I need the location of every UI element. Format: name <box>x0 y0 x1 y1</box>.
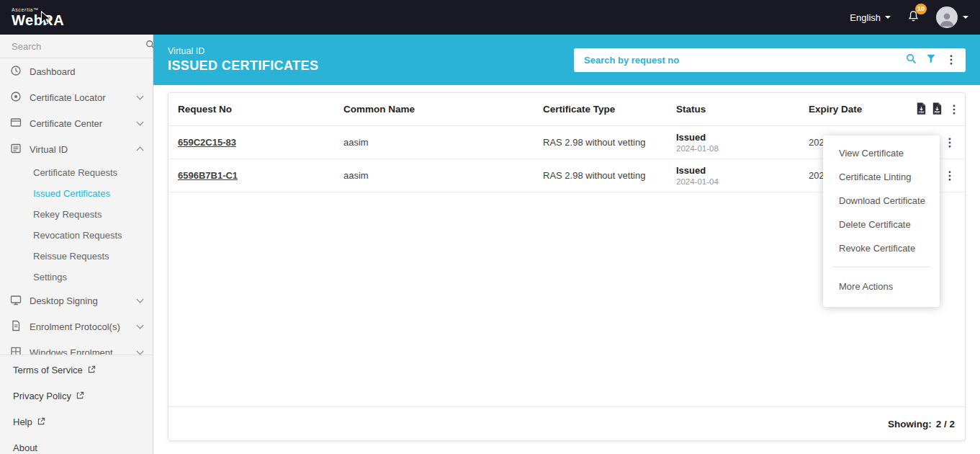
sidebar: Dashboard Certificate Locator Certificat… <box>0 35 153 454</box>
user-menu[interactable] <box>936 6 968 28</box>
sidebar-item-rekey-requests[interactable]: Rekey Requests <box>0 204 153 225</box>
link-label: About <box>13 442 37 453</box>
sidebar-search <box>0 35 153 58</box>
sidebar-item-certificate-locator[interactable]: Certificate Locator <box>0 84 153 110</box>
chevron-down-icon <box>137 348 144 355</box>
status-date: 2024-01-08 <box>676 144 809 153</box>
topbar-right: English 10 <box>850 6 968 28</box>
brand-small-text: Ascertia™ <box>12 7 64 12</box>
chevron-down-icon <box>137 296 144 303</box>
search-icon[interactable] <box>906 53 917 67</box>
link-about[interactable]: About <box>0 435 153 454</box>
avatar <box>936 6 958 28</box>
chevron-down-icon <box>137 322 144 329</box>
row-kebab-menu-icon[interactable]: ⋮ <box>944 170 956 182</box>
chevron-up-icon <box>137 147 144 154</box>
common-name-cell: aasim <box>343 137 543 148</box>
sidebar-item-issued-certificates[interactable]: Issued Certificates <box>0 183 153 204</box>
app-logo[interactable]: Ascertia™ WebRA <box>12 7 64 27</box>
sidebar-nav: Dashboard Certificate Locator Certificat… <box>0 58 153 355</box>
menu-item-download-certificate[interactable]: Download Certificate <box>823 189 940 213</box>
sidebar-item-certificate-center[interactable]: Certificate Center <box>0 110 153 136</box>
sidebar-item-virtual-id[interactable]: Virtual ID <box>0 136 153 162</box>
desktop-signing-icon <box>10 294 22 308</box>
status-badge: Issued <box>676 165 809 176</box>
column-header-common-name: Common Name <box>343 104 543 115</box>
sidebar-item-reissue-requests[interactable]: Reissue Requests <box>0 246 153 267</box>
sidebar-item-certificate-requests[interactable]: Certificate Requests <box>0 162 153 183</box>
status-date: 2024-01-04 <box>676 177 809 186</box>
link-terms-of-service[interactable]: Terms of Service <box>0 357 153 383</box>
request-no-link[interactable]: 659C2C15-83 <box>178 137 236 148</box>
common-name-cell: aasim <box>343 170 543 181</box>
status-cell: Issued 2024-01-08 <box>676 132 809 153</box>
request-no-link[interactable]: 6596B7B1-C1 <box>178 170 238 181</box>
page-titles: Virtual ID ISSUED CERTIFICATES <box>168 46 318 74</box>
sidebar-item-dashboard[interactable]: Dashboard <box>0 58 153 84</box>
menu-divider <box>832 267 931 267</box>
kebab-menu-icon[interactable]: ⋮ <box>945 54 957 66</box>
table-header: Request No Common Name Certificate Type … <box>168 93 965 126</box>
menu-item-revoke-certificate[interactable]: Revoke Certificate <box>823 236 940 260</box>
language-label: English <box>850 12 881 23</box>
menu-item-certificate-linting[interactable]: Certificate Linting <box>823 165 940 189</box>
breadcrumb: Virtual ID <box>168 46 318 56</box>
sidebar-item-revocation-requests[interactable]: Revocation Requests <box>0 225 153 246</box>
link-label: Privacy Policy <box>13 391 71 401</box>
status-cell: Issued 2024-01-04 <box>676 165 809 186</box>
chevron-down-icon <box>963 16 968 19</box>
notification-badge: 10 <box>915 4 927 14</box>
external-link-icon <box>76 391 84 401</box>
showing-label: Showing: <box>888 419 932 429</box>
svg-text:PDF: PDF <box>935 111 940 114</box>
menu-item-more-actions[interactable]: More Actions <box>823 275 940 298</box>
virtual-id-submenu: Certificate Requests Issued Certificates… <box>0 162 153 288</box>
sidebar-item-label: Dashboard <box>30 66 76 77</box>
menu-item-delete-certificate[interactable]: Delete Certificate <box>823 213 940 236</box>
external-link-icon <box>37 417 45 427</box>
table-kebab-menu-icon[interactable]: ⋮ <box>948 104 960 115</box>
table-search-box: ⋮ <box>574 48 966 72</box>
sidebar-footer: Terms of Service Privacy Policy Help Abo… <box>0 355 153 454</box>
column-header-expiry-date: Expiry Date <box>809 104 917 115</box>
row-kebab-menu-icon[interactable]: ⋮ <box>944 137 956 148</box>
sidebar-search-input[interactable] <box>10 40 140 53</box>
language-selector[interactable]: English <box>850 12 891 23</box>
link-label: Help <box>13 417 32 427</box>
link-privacy-policy[interactable]: Privacy Policy <box>0 383 153 409</box>
column-header-status: Status <box>676 104 809 115</box>
sidebar-item-settings[interactable]: Settings <box>0 267 153 288</box>
link-label: Terms of Service <box>13 365 83 375</box>
certificate-center-icon <box>10 117 22 130</box>
column-header-certificate-type: Certificate Type <box>543 104 676 115</box>
brand-text: WebRA <box>12 13 64 27</box>
sidebar-item-label: Windows Enrolment <box>30 347 113 355</box>
menu-item-view-certificate[interactable]: View Certificate <box>823 141 940 165</box>
page-header-band: Virtual ID ISSUED CERTIFICATES ⋮ <box>153 35 980 85</box>
chevron-down-icon <box>137 119 144 126</box>
export-pdf-icon[interactable]: PDF <box>932 102 942 117</box>
sidebar-item-label: Enrolment Protocol(s) <box>30 321 120 332</box>
bell-icon <box>907 13 920 25</box>
page-title: ISSUED CERTIFICATES <box>168 58 318 74</box>
sidebar-item-desktop-signing[interactable]: Desktop Signing <box>0 288 153 313</box>
sidebar-item-enrolment-protocols[interactable]: Enrolment Protocol(s) <box>0 313 153 339</box>
svg-text:CSV: CSV <box>919 111 925 114</box>
certificate-locator-icon <box>10 91 22 104</box>
dashboard-icon <box>10 65 22 79</box>
request-no-cell: 6596B7B1-C1 <box>178 170 343 181</box>
request-no-cell: 659C2C15-83 <box>178 137 343 148</box>
main-content: Virtual ID ISSUED CERTIFICATES ⋮ Request… <box>153 35 980 454</box>
certificate-type-cell: RAS 2.98 without vetting <box>543 170 676 181</box>
filter-icon[interactable] <box>926 53 936 66</box>
column-header-request-no: Request No <box>178 104 343 115</box>
export-csv-icon[interactable]: CSV <box>917 102 926 117</box>
table-header-actions: CSV PDF ⋮ <box>917 102 960 117</box>
notifications-button[interactable]: 10 <box>907 9 920 26</box>
link-help[interactable]: Help <box>0 409 153 435</box>
sidebar-item-windows-enrolment[interactable]: Windows Enrolment <box>0 339 153 355</box>
search-input[interactable] <box>583 54 896 66</box>
enrolment-protocols-icon <box>10 320 22 334</box>
chevron-down-icon <box>137 93 144 100</box>
external-link-icon <box>88 365 96 375</box>
